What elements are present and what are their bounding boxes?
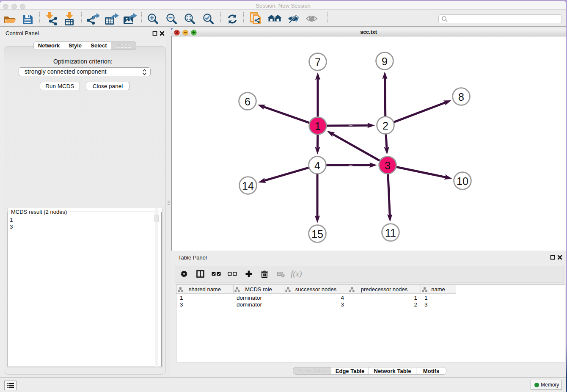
svg-text:8: 8 [458, 91, 464, 103]
svg-text:15: 15 [311, 228, 323, 240]
svg-text:4: 4 [314, 160, 320, 171]
svg-text:1: 1 [315, 120, 321, 132]
svg-text:7: 7 [315, 56, 321, 68]
svg-text:14: 14 [242, 180, 254, 192]
svg-text:2: 2 [383, 120, 388, 132]
svg-text:10: 10 [457, 175, 468, 187]
svg-text:6: 6 [245, 96, 250, 108]
svg-text:9: 9 [382, 55, 388, 67]
svg-text:11: 11 [385, 227, 396, 239]
svg-text:3: 3 [385, 160, 391, 171]
